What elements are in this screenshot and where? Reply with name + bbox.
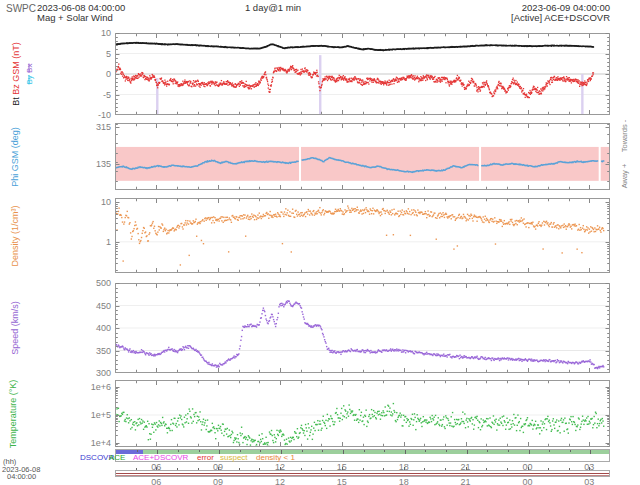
solar-wind-summary-plot: SWPC 2023-06-08 04:00:00 Mag + Solar Win… bbox=[0, 0, 640, 485]
y-tick-label-speed: 350 bbox=[75, 346, 111, 356]
y-tick-label-speed: 300 bbox=[75, 368, 111, 378]
legend-item-ace-dscovr: ACE+DSCOVR bbox=[133, 453, 188, 462]
y-tick-label-bt-bz-gsm: 10 bbox=[75, 28, 111, 38]
y-tick-label-bt-bz-gsm: 5 bbox=[75, 49, 111, 59]
legend-bar-tick bbox=[529, 450, 530, 454]
y-tick-label-phi-gsm: 135 bbox=[75, 159, 111, 169]
phi-towards-label: Towards - bbox=[620, 120, 629, 153]
panel-density bbox=[115, 198, 610, 273]
panel-phi-gsm bbox=[115, 123, 610, 190]
panel-phi-gsm-canvas bbox=[115, 123, 610, 190]
panel-temperature-canvas bbox=[115, 380, 610, 447]
x-tick-label-row2: 09 bbox=[208, 477, 228, 485]
y-tick-label-phi-gsm: 315 bbox=[75, 122, 111, 132]
axis-label-phi-gsm: Phi GSM (deg) bbox=[10, 127, 20, 187]
source-legend-box bbox=[115, 449, 610, 462]
legend-bar-tick bbox=[322, 450, 323, 452]
legend-bar-tick bbox=[425, 450, 426, 452]
legend-bar-tick bbox=[405, 450, 406, 454]
y-tick-label-bt-bz-gsm: 0 bbox=[75, 69, 111, 79]
y-tick-label-temperature: 1e+6 bbox=[75, 382, 111, 392]
panel-bt-bz-gsm bbox=[115, 33, 610, 115]
y-tick-label-density: 10 bbox=[75, 197, 111, 207]
swpc-brand: SWPC bbox=[6, 3, 36, 14]
timeline-line-top bbox=[116, 473, 609, 474]
axis-label-speed: Speed (km/s) bbox=[10, 301, 20, 355]
legend-bar-tick bbox=[590, 450, 591, 454]
plot-cadence: 1 day@1 min bbox=[220, 2, 326, 13]
y-tick-label-speed: 500 bbox=[75, 278, 111, 288]
axis-label-density: Density (1/cm³) bbox=[10, 205, 20, 266]
x-tick-label-row2: 15 bbox=[332, 477, 352, 485]
legend-bar-tick bbox=[467, 450, 468, 454]
axis-label-temperature: Temperature (°K) bbox=[8, 379, 18, 448]
timeline-line-bottom bbox=[116, 475, 609, 476]
y-tick-label-speed: 450 bbox=[75, 301, 111, 311]
y-tick-label-speed: 400 bbox=[75, 323, 111, 333]
legend-bar-tick bbox=[364, 450, 365, 452]
y-tick-label-temperature: 1e+4 bbox=[75, 438, 111, 448]
x-tick-label-row2: 21 bbox=[456, 477, 476, 485]
secondary-timeline-box bbox=[115, 470, 610, 477]
legend-bar-tick bbox=[549, 450, 550, 452]
panel-temperature bbox=[115, 380, 610, 447]
legend-bar-tick bbox=[302, 450, 303, 452]
x-tick-label-row2: 18 bbox=[394, 477, 414, 485]
legend-bar-tick bbox=[570, 450, 571, 452]
phi-away-label: Away + bbox=[620, 164, 629, 189]
panel-bt-bz-gsm-canvas bbox=[115, 33, 610, 115]
axis-label-bt-bz-gsm: By Bx bbox=[25, 64, 34, 85]
x-tick-label-row2: 12 bbox=[270, 477, 290, 485]
x-tick-label-row2: 00 bbox=[518, 477, 538, 485]
legend-bar-tick bbox=[343, 450, 344, 454]
panel-speed-canvas bbox=[115, 283, 610, 373]
x-tick-label-row2: 03 bbox=[579, 477, 599, 485]
axis-label-bt-bz-gsm: Bt Bz GSM (nT) bbox=[11, 42, 21, 106]
y-tick-label-temperature: 1e+5 bbox=[75, 410, 111, 420]
legend-bar-tick bbox=[508, 450, 509, 452]
y-tick-label-bt-bz-gsm: -5 bbox=[75, 90, 111, 100]
plot-title: Mag + Solar Wind bbox=[37, 12, 113, 23]
legend-item-ace: ACE bbox=[109, 453, 125, 462]
legend-bar-tick bbox=[446, 450, 447, 452]
legend-bar-tick bbox=[384, 450, 385, 452]
panel-speed bbox=[115, 283, 610, 373]
data-source-status: [Active] ACE+DSCOVR bbox=[511, 12, 610, 23]
axis-start-time: 04:00:00 bbox=[7, 472, 36, 481]
legend-item-error: error bbox=[197, 453, 214, 462]
legend-item-suspect: suspect bbox=[220, 453, 248, 462]
legend-bar-tick bbox=[487, 450, 488, 452]
x-tick-label-row2: 06 bbox=[146, 477, 166, 485]
panel-density-canvas bbox=[115, 198, 610, 273]
legend-item-density-1: density < 1 bbox=[256, 453, 295, 462]
y-tick-label-density: 1 bbox=[75, 237, 111, 247]
y-tick-label-bt-bz-gsm: -10 bbox=[75, 110, 111, 120]
